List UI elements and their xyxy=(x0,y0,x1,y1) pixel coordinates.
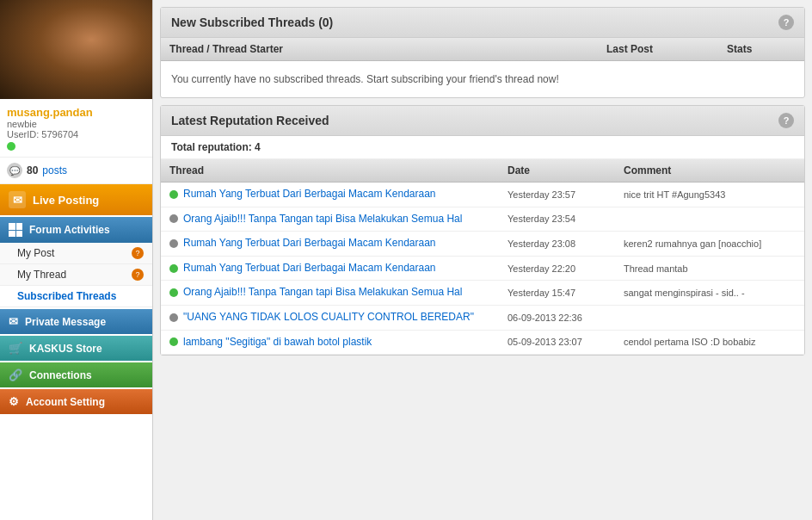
rep-date-cell: Yesterday 23:57 xyxy=(508,189,624,200)
rep-date-cell: Yesterday 23:54 xyxy=(508,214,624,224)
my-post-info-icon: ? xyxy=(132,247,144,259)
user-id-label: UserID: 5796704 xyxy=(7,129,145,139)
col-stats-header: Stats xyxy=(727,43,796,55)
svg-point-6 xyxy=(86,33,96,43)
sidebar-item-connections[interactable]: 🔗 Connections xyxy=(0,362,152,387)
rep-date-cell: 05-09-2013 23:07 xyxy=(508,337,624,347)
posts-label[interactable]: posts xyxy=(42,164,67,176)
my-post-label: My Post xyxy=(17,247,54,259)
svg-point-12 xyxy=(91,2,113,28)
subscribed-threads-table-header: Thread / Thread Starter Last Post Stats xyxy=(161,38,804,61)
sidebar-item-my-thread[interactable]: My Thread ? xyxy=(0,264,152,286)
subscribed-threads-title: New Subscribed Threads (0) xyxy=(171,15,333,29)
total-rep-label: Total reputation: xyxy=(171,141,255,153)
svg-point-1 xyxy=(16,3,137,97)
rep-comment-cell: nice trit HT #Agung5343 xyxy=(624,189,796,200)
connections-label: Connections xyxy=(29,369,92,381)
sidebar-item-private-message[interactable]: ✉ Private Message xyxy=(0,309,152,334)
rep-date-cell: 06-09-2013 22:36 xyxy=(508,313,624,323)
rep-thread-link[interactable]: Orang Ajaib!!! Tanpa Tangan tapi Bisa Me… xyxy=(183,213,508,226)
forum-activities-label: Forum Activities xyxy=(29,224,110,236)
subscribed-threads-label: Subscribed Threads xyxy=(17,290,116,302)
reputation-header: Latest Reputation Received ? xyxy=(161,106,804,136)
rep-thread-link[interactable]: "UANG YANG TIDAK LOLOS CUALITY CONTROL B… xyxy=(183,311,508,325)
sidebar: musang.pandan newbie UserID: 5796704 💬 8… xyxy=(0,0,153,520)
reputation-table-header: Thread Date Comment xyxy=(161,159,804,183)
reputation-row: lambang "Segitiga" di bawah botol plasti… xyxy=(161,331,804,356)
svg-point-11 xyxy=(41,2,63,28)
connections-icon: 🔗 xyxy=(9,368,22,381)
rep-date-cell: Yesterday 23:08 xyxy=(508,238,624,249)
positive-rep-icon xyxy=(169,264,178,273)
reputation-row: Rumah Yang Terbuat Dari Berbagai Macam K… xyxy=(161,183,804,207)
rep-date-cell: Yesterday 22:20 xyxy=(508,263,624,274)
svg-rect-0 xyxy=(0,0,152,99)
neutral-rep-icon xyxy=(169,313,178,322)
reputation-row: "UANG YANG TIDAK LOLOS CUALITY CONTROL B… xyxy=(161,306,804,331)
user-info-panel: musang.pandan newbie UserID: 5796704 xyxy=(0,99,152,158)
col-lastpost-header: Last Post xyxy=(606,43,727,55)
my-thread-info-icon: ? xyxy=(132,269,144,281)
svg-point-8 xyxy=(91,34,95,38)
user-role-label: newbie xyxy=(7,119,145,129)
reputation-title: Latest Reputation Received xyxy=(171,114,329,127)
svg-point-7 xyxy=(62,34,65,38)
private-message-icon: ✉ xyxy=(9,315,18,328)
svg-point-3 xyxy=(52,28,72,48)
positive-rep-icon xyxy=(169,337,178,346)
kaskus-store-label: KASKUS Store xyxy=(29,343,102,355)
forum-activities-icon xyxy=(9,223,22,237)
col-thread-starter-header: Thread / Thread Starter xyxy=(169,43,606,55)
reputation-row: Orang Ajaib!!! Tanpa Tangan tapi Bisa Me… xyxy=(161,281,804,306)
rep-comment-cell: cendol pertama ISO :D bobabiz xyxy=(624,337,796,347)
username-label: musang.pandan xyxy=(7,106,145,119)
sidebar-item-forum-activities[interactable]: Forum Activities xyxy=(0,217,152,243)
rep-thread-link[interactable]: lambang "Segitiga" di bawah botol plasti… xyxy=(183,336,508,350)
svg-point-2 xyxy=(42,10,111,76)
main-content: New Subscribed Threads (0) ? Thread / Th… xyxy=(153,0,812,520)
neutral-rep-icon xyxy=(169,239,178,248)
rep-col-thread-header: Thread xyxy=(169,164,508,176)
reputation-row: Rumah Yang Terbuat Dari Berbagai Macam K… xyxy=(161,232,804,257)
rep-col-comment-header: Comment xyxy=(624,164,796,176)
sidebar-item-live-posting[interactable]: ✉ Live Posting xyxy=(0,184,152,215)
live-posting-label: Live Posting xyxy=(33,194,99,207)
private-message-label: Private Message xyxy=(25,316,106,328)
account-setting-icon: ⚙ xyxy=(9,395,19,408)
my-thread-label: My Thread xyxy=(17,269,66,281)
rep-col-date-header: Date xyxy=(508,164,624,176)
sidebar-item-my-post[interactable]: My Post ? xyxy=(0,243,152,264)
rep-thread-link[interactable]: Rumah Yang Terbuat Dari Berbagai Macam K… xyxy=(183,262,508,275)
sidebar-item-account-setting[interactable]: ⚙ Account Setting xyxy=(0,389,152,414)
sidebar-item-subscribed-threads[interactable]: Subscribed Threads xyxy=(0,286,152,307)
svg-point-4 xyxy=(81,28,102,48)
svg-point-5 xyxy=(57,33,67,43)
account-setting-label: Account Setting xyxy=(26,396,105,408)
rep-comment-cell: Thread mantab xyxy=(624,263,796,274)
kaskus-store-icon: 🛒 xyxy=(9,342,22,355)
positive-rep-icon xyxy=(169,288,178,297)
live-posting-icon: ✉ xyxy=(9,191,26,208)
reputation-help-icon[interactable]: ? xyxy=(778,113,794,128)
rep-comment-cell: keren2 rumahnya gan [noacchio] xyxy=(624,238,796,249)
total-rep-value: 4 xyxy=(255,141,261,153)
posts-count: 80 xyxy=(27,164,38,176)
sidebar-item-kaskus-store[interactable]: 🛒 KASKUS Store xyxy=(0,336,152,361)
rep-thread-link[interactable]: Rumah Yang Terbuat Dari Berbagai Macam K… xyxy=(183,237,508,251)
rep-comment-cell: sangat menginspirasi - sid.. - xyxy=(624,288,796,298)
posts-area: 💬 80 posts xyxy=(0,158,152,184)
reputation-row: Rumah Yang Terbuat Dari Berbagai Macam K… xyxy=(161,257,804,282)
subscribed-threads-help-icon[interactable]: ? xyxy=(778,15,794,30)
subscribed-threads-header: New Subscribed Threads (0) ? xyxy=(161,8,804,38)
reputation-row: Orang Ajaib!!! Tanpa Tangan tapi Bisa Me… xyxy=(161,207,804,232)
chat-icon: 💬 xyxy=(7,163,22,178)
subscribed-threads-section: New Subscribed Threads (0) ? Thread / Th… xyxy=(160,7,805,98)
reputation-rows-container: Rumah Yang Terbuat Dari Berbagai Macam K… xyxy=(161,183,804,355)
online-indicator xyxy=(7,142,15,151)
avatar xyxy=(0,0,152,99)
neutral-rep-icon xyxy=(169,214,178,223)
total-reputation: Total reputation: 4 xyxy=(161,136,804,159)
positive-rep-icon xyxy=(169,190,178,199)
rep-thread-link[interactable]: Rumah Yang Terbuat Dari Berbagai Macam K… xyxy=(183,188,508,201)
rep-thread-link[interactable]: Orang Ajaib!!! Tanpa Tangan tapi Bisa Me… xyxy=(183,286,508,300)
